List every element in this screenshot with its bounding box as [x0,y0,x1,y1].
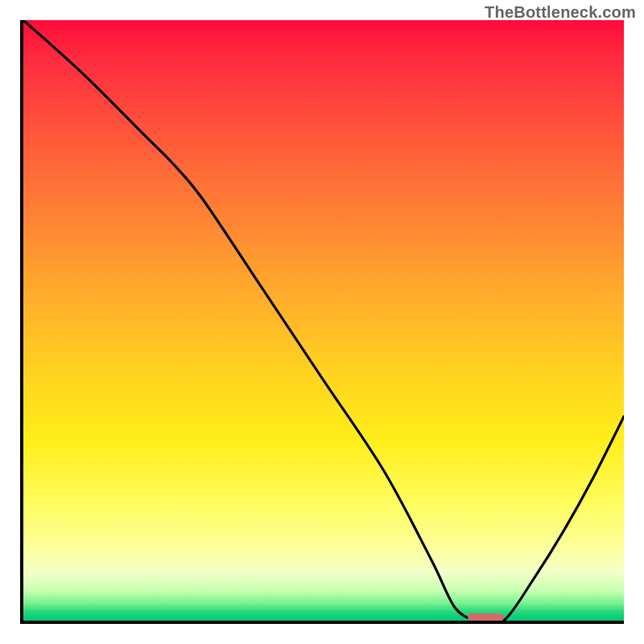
watermark-text: TheBottleneck.com [485,3,636,22]
optimum-marker [468,613,504,621]
curve-svg [23,20,624,621]
curve-path [23,20,624,621]
chart-container: TheBottleneck.com [0,0,644,644]
plot-area [20,20,624,624]
